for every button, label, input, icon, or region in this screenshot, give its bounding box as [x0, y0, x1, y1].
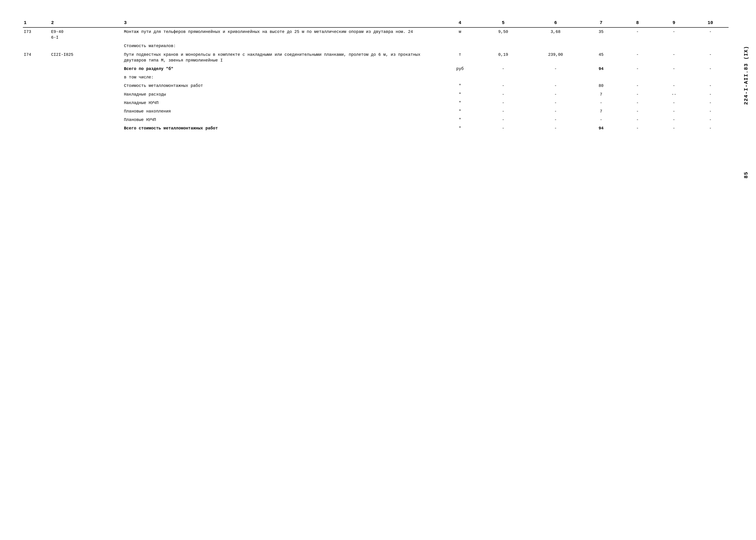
row-col9 [656, 73, 692, 81]
row-col8: - [619, 51, 656, 65]
row-col6: - [528, 81, 583, 90]
row-code [50, 99, 123, 107]
row-description: Стоимость материалов: [123, 42, 442, 50]
row-unit: " [442, 116, 478, 124]
row-id [23, 90, 50, 99]
row-col10: - [692, 124, 728, 133]
row-col6 [528, 42, 583, 50]
row-col6: - [528, 107, 583, 116]
row-col6: - [528, 90, 583, 99]
row-col8: - [619, 124, 656, 133]
row-code [50, 124, 123, 133]
row-unit: " [442, 107, 478, 116]
row-code: Е9-40 6-I [50, 28, 123, 42]
row-unit [442, 73, 478, 81]
row-unit: " [442, 81, 478, 90]
col-header-10: 10 [692, 18, 728, 28]
row-col9: - [656, 81, 692, 90]
row-unit: " [442, 99, 478, 107]
table-row: Стоимость металломонтажных работ"--80--- [23, 81, 728, 90]
row-col7: - [583, 116, 619, 124]
row-col9: - [656, 28, 692, 42]
row-unit: " [442, 124, 478, 133]
row-code [50, 116, 123, 124]
row-col7 [583, 42, 619, 50]
col-header-7: 7 [583, 18, 619, 28]
table-row: Плановые НУЧП"------ [23, 116, 728, 124]
table-row: Накладные НУЧП"------ [23, 99, 728, 107]
row-col10: - [692, 107, 728, 116]
col-header-3: 3 [123, 18, 442, 28]
row-col7: 94 [583, 124, 619, 133]
row-description: Стоимость металломонтажных работ [123, 81, 442, 90]
row-col7: 45 [583, 51, 619, 65]
row-code [50, 90, 123, 99]
row-col9: - [656, 107, 692, 116]
row-description: Накладные расходы [123, 90, 442, 99]
row-col8: - [619, 65, 656, 73]
row-col7: - [583, 99, 619, 107]
row-unit: м [442, 28, 478, 42]
row-unit: " [442, 90, 478, 99]
table-row: в том числе: [23, 73, 728, 81]
row-col8: - [619, 81, 656, 90]
row-col9: - [656, 51, 692, 65]
page: 224-I-АII.83 (IX) 85 1 2 3 4 5 6 7 [0, 0, 756, 540]
table-row: Накладные расходы"--7---- [23, 90, 728, 99]
row-col10 [692, 42, 728, 50]
row-col8: - [619, 28, 656, 42]
row-col6: - [528, 65, 583, 73]
row-description: Плановые НУЧП [123, 116, 442, 124]
table-row: Всего по разделу "б"руб--94--- [23, 65, 728, 73]
row-description: в том числе: [123, 73, 442, 81]
row-col5: - [478, 65, 528, 73]
row-description: Накладные НУЧП [123, 99, 442, 107]
row-col5: - [478, 116, 528, 124]
row-col9: - [656, 124, 692, 133]
row-code [50, 42, 123, 50]
row-col9: - [656, 65, 692, 73]
row-id [23, 65, 50, 73]
row-col8: - [619, 90, 656, 99]
row-col5 [478, 73, 528, 81]
row-code [50, 81, 123, 90]
row-description: Монтаж пути для тельферов прямолинейных … [123, 28, 442, 42]
row-col6 [528, 73, 583, 81]
row-col7: 80 [583, 81, 619, 90]
table-row: Стоимость материалов: [23, 42, 728, 50]
row-description: Всего стоимость металломонтажных работ [123, 124, 442, 133]
row-unit: т [442, 51, 478, 65]
row-col6: 3,68 [528, 28, 583, 42]
row-col5: - [478, 81, 528, 90]
row-id [23, 116, 50, 124]
row-id: I73 [23, 28, 50, 42]
row-col6: - [528, 124, 583, 133]
row-col9: - [656, 99, 692, 107]
row-description: Плановые накопления [123, 107, 442, 116]
row-col5: - [478, 124, 528, 133]
col-header-6: 6 [528, 18, 583, 28]
row-col5: 9,50 [478, 28, 528, 42]
row-id [23, 73, 50, 81]
row-col9: -- [656, 90, 692, 99]
row-code [50, 107, 123, 116]
row-col7: 94 [583, 65, 619, 73]
row-col9 [656, 42, 692, 50]
row-col10: - [692, 51, 728, 65]
row-col6: - [528, 99, 583, 107]
row-description: Пути подвестных кранов и монорельсы в ко… [123, 51, 442, 65]
row-col10: - [692, 90, 728, 99]
row-code: СI2I-I825 [50, 51, 123, 65]
row-unit: руб [442, 65, 478, 73]
side-label-top: 224-I-АII.83 (IX) [743, 46, 749, 105]
row-col5 [478, 42, 528, 50]
table-row: Плановые накопления"--7--- [23, 107, 728, 116]
row-unit [442, 42, 478, 50]
side-label-bottom: 85 [743, 172, 749, 178]
row-col7: 7 [583, 90, 619, 99]
main-table: 1 2 3 4 5 6 7 8 9 10 I73Е9-40 6-IМонтаж … [23, 18, 728, 133]
row-col7 [583, 73, 619, 81]
row-col10: - [692, 116, 728, 124]
row-col8: - [619, 116, 656, 124]
row-col8 [619, 73, 656, 81]
